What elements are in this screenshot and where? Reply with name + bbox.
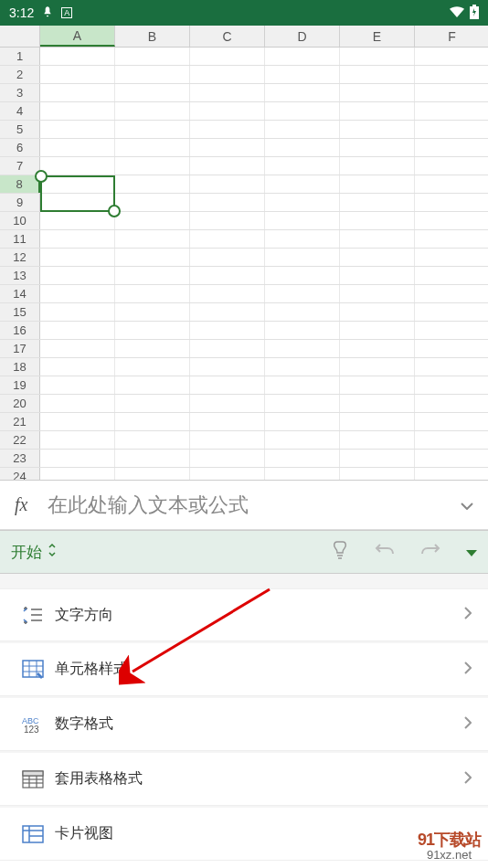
cell[interactable]: [415, 102, 488, 120]
cell[interactable]: [40, 468, 115, 481]
cell[interactable]: [340, 48, 415, 65]
cell[interactable]: [190, 413, 265, 430]
cell[interactable]: [265, 230, 340, 248]
cell[interactable]: [115, 121, 190, 138]
cell[interactable]: [415, 431, 488, 449]
row-header-23[interactable]: 23: [0, 450, 40, 467]
cell[interactable]: [340, 139, 415, 156]
cell[interactable]: [40, 285, 115, 302]
cell[interactable]: [415, 450, 488, 467]
cell[interactable]: [265, 84, 340, 101]
cell[interactable]: [415, 285, 488, 302]
cell[interactable]: [40, 175, 115, 193]
cell[interactable]: [40, 249, 115, 266]
cell[interactable]: [40, 431, 115, 449]
cell[interactable]: [115, 157, 190, 175]
row-header-13[interactable]: 13: [0, 267, 40, 284]
cell[interactable]: [115, 175, 190, 193]
row-header-7[interactable]: 7: [0, 157, 40, 175]
row-header-8[interactable]: 8: [0, 175, 40, 193]
cell[interactable]: [115, 340, 190, 357]
cell[interactable]: [265, 157, 340, 175]
cell[interactable]: [415, 340, 488, 357]
cell[interactable]: [115, 413, 190, 430]
row-header-10[interactable]: 10: [0, 212, 40, 229]
cell[interactable]: [340, 450, 415, 467]
cell[interactable]: [340, 358, 415, 376]
cell[interactable]: [40, 48, 115, 65]
cell[interactable]: [415, 84, 488, 101]
row-header-12[interactable]: 12: [0, 249, 40, 266]
cell[interactable]: [115, 249, 190, 266]
cell[interactable]: [190, 175, 265, 193]
cell[interactable]: [265, 395, 340, 412]
cell[interactable]: [190, 358, 265, 376]
cell[interactable]: [115, 139, 190, 156]
cell[interactable]: [340, 395, 415, 412]
cell[interactable]: [415, 413, 488, 430]
col-header-C[interactable]: C: [190, 26, 265, 47]
cell[interactable]: [415, 267, 488, 284]
cell[interactable]: [340, 340, 415, 357]
col-header-D[interactable]: D: [265, 26, 340, 47]
row-header-20[interactable]: 20: [0, 395, 40, 412]
cell[interactable]: [190, 84, 265, 101]
spreadsheet-area[interactable]: A B C D E F 1234567891011121314151617181…: [0, 26, 488, 481]
redo-icon[interactable]: [420, 542, 440, 562]
cell[interactable]: [265, 358, 340, 376]
cell[interactable]: [415, 395, 488, 412]
select-all-corner[interactable]: [0, 26, 40, 47]
cell[interactable]: [190, 48, 265, 65]
cell[interactable]: [40, 450, 115, 467]
cell[interactable]: [265, 322, 340, 339]
cell[interactable]: [265, 139, 340, 156]
cell[interactable]: [190, 194, 265, 211]
cell[interactable]: [415, 303, 488, 321]
cell[interactable]: [115, 48, 190, 65]
cell[interactable]: [40, 84, 115, 101]
cell[interactable]: [190, 322, 265, 339]
cell[interactable]: [115, 102, 190, 120]
row-header-17[interactable]: 17: [0, 340, 40, 357]
row-header-2[interactable]: 2: [0, 66, 40, 83]
cell[interactable]: [115, 212, 190, 229]
cell[interactable]: [415, 249, 488, 266]
cell[interactable]: [340, 249, 415, 266]
cell[interactable]: [340, 303, 415, 321]
cell[interactable]: [115, 322, 190, 339]
row-header-18[interactable]: 18: [0, 358, 40, 376]
cell[interactable]: [415, 358, 488, 376]
cell[interactable]: [415, 212, 488, 229]
cell[interactable]: [190, 285, 265, 302]
cell[interactable]: [190, 376, 265, 394]
cell[interactable]: [40, 194, 115, 211]
cell[interactable]: [340, 230, 415, 248]
cell[interactable]: [190, 157, 265, 175]
cell[interactable]: [265, 413, 340, 430]
cell[interactable]: [415, 48, 488, 65]
cell[interactable]: [340, 212, 415, 229]
cell[interactable]: [415, 139, 488, 156]
cell[interactable]: [40, 157, 115, 175]
cell[interactable]: [340, 175, 415, 193]
cell[interactable]: [40, 395, 115, 412]
cell[interactable]: [415, 121, 488, 138]
cell[interactable]: [190, 340, 265, 357]
cell[interactable]: [415, 66, 488, 83]
cell[interactable]: [190, 102, 265, 120]
cell[interactable]: [115, 230, 190, 248]
formula-input[interactable]: 在此处输入文本或公式: [48, 492, 461, 519]
row-header-11[interactable]: 11: [0, 230, 40, 248]
cell[interactable]: [340, 267, 415, 284]
col-header-A[interactable]: A: [40, 26, 115, 47]
cell[interactable]: [115, 66, 190, 83]
col-header-E[interactable]: E: [340, 26, 415, 47]
cell[interactable]: [115, 285, 190, 302]
cell[interactable]: [115, 303, 190, 321]
ribbon-tab-switcher-icon[interactable]: [48, 542, 57, 563]
cell[interactable]: [265, 376, 340, 394]
cell[interactable]: [40, 303, 115, 321]
cell[interactable]: [340, 413, 415, 430]
cell[interactable]: [265, 249, 340, 266]
row-header-1[interactable]: 1: [0, 48, 40, 65]
